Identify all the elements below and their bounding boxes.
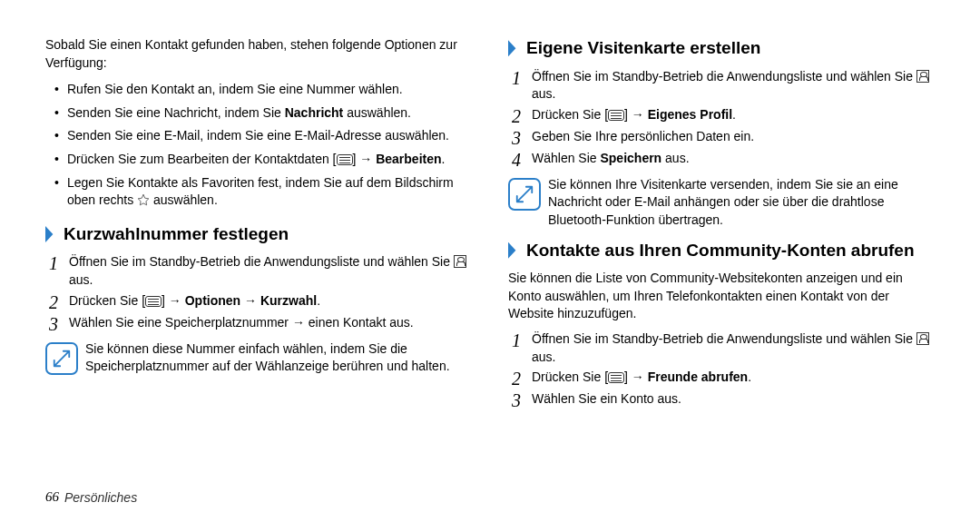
text: ] → xyxy=(624,107,648,122)
visitenkarte-steps: 1 Öffnen Sie im Standby-Betrieb die Anwe… xyxy=(508,68,935,169)
chevron-right-icon xyxy=(508,40,521,56)
text: auswählen. xyxy=(150,192,218,207)
text: Drücken Sie [ xyxy=(69,293,145,308)
contacts-app-icon xyxy=(916,332,929,345)
contacts-app-icon xyxy=(454,255,466,268)
text: Öffnen Sie im Standby-Betrieb die Anwend… xyxy=(69,254,454,269)
note-text: Sie können diese Nummer einfach wählen, … xyxy=(85,340,472,376)
text: aus. xyxy=(532,86,555,101)
note-info-icon xyxy=(45,342,78,375)
step-number: 3 xyxy=(512,128,532,147)
note-box: Sie können Ihre Visitenkarte versenden, … xyxy=(508,176,935,230)
text: ] → xyxy=(162,293,185,308)
bold-text: Optionen xyxy=(185,293,240,308)
left-column: Sobald Sie einen Kontakt gefunden haben,… xyxy=(45,36,472,478)
step-item: 3 Wählen Sie ein Konto aus. xyxy=(512,390,935,409)
text: . xyxy=(442,152,446,166)
contacts-app-icon xyxy=(916,70,929,83)
text: Drücken Sie [ xyxy=(532,369,608,384)
step-text: Wählen Sie ein Konto aus. xyxy=(532,390,935,409)
step-item: 3 Wählen Sie eine Speicherplatznummer → … xyxy=(49,314,472,333)
page-number: 66 xyxy=(45,489,59,505)
step-number: 3 xyxy=(49,314,69,333)
text: . xyxy=(748,369,751,384)
step-number: 1 xyxy=(512,330,532,350)
text: ] → xyxy=(624,369,648,384)
bold-text: Nachricht xyxy=(285,105,344,120)
step-number: 2 xyxy=(512,369,532,388)
step-item: 1 Öffnen Sie im Standby-Betrieb die Anwe… xyxy=(512,330,935,366)
heading-text: Kurzwahlnummer festlegen xyxy=(64,222,289,247)
community-intro-text: Sie können die Liste von Community-Websi… xyxy=(508,270,935,323)
section-heading-visitenkarte: Eigene Visitenkarte erstellen xyxy=(508,36,935,61)
text: . xyxy=(732,107,736,122)
step-number: 1 xyxy=(512,68,532,87)
step-text: Drücken Sie [] → Optionen → Kurzwahl. xyxy=(69,292,472,310)
text: aus. xyxy=(662,151,689,165)
section-heading-community: Kontakte aus Ihren Community-Konten abru… xyxy=(508,239,935,263)
heading-text: Eigene Visitenkarte erstellen xyxy=(526,36,760,61)
bullet-item: Senden Sie eine E-Mail, indem Sie eine E… xyxy=(58,127,472,145)
star-favorite-icon xyxy=(137,193,150,206)
text: Drücken Sie zum Bearbeiten der Kontaktda… xyxy=(67,152,337,166)
step-number: 2 xyxy=(512,106,532,125)
menu-key-icon xyxy=(608,110,624,121)
step-number: 4 xyxy=(512,150,532,169)
text: Senden Sie eine Nachricht, indem Sie xyxy=(67,105,285,120)
text: → xyxy=(240,293,260,308)
intro-text: Sobald Sie einen Kontakt gefunden haben,… xyxy=(45,36,472,72)
bullet-item: Senden Sie eine Nachricht, indem Sie Nac… xyxy=(58,104,472,123)
note-text: Sie können Ihre Visitenkarte versenden, … xyxy=(548,176,935,230)
step-number: 1 xyxy=(49,253,69,272)
step-item: 2 Drücken Sie [] → Optionen → Kurzwahl. xyxy=(49,292,472,311)
step-text: Drücken Sie [] → Eigenes Profil. xyxy=(532,106,935,124)
footer-section-label: Persönliches xyxy=(64,490,137,505)
bold-text: Kurzwahl xyxy=(260,293,317,308)
text: aus. xyxy=(69,272,93,287)
step-item: 1 Öffnen Sie im Standby-Betrieb die Anwe… xyxy=(512,68,935,103)
text: ] → xyxy=(353,152,377,166)
text: aus. xyxy=(532,350,555,364)
bullet-item: Legen Sie Kontakte als Favoriten fest, i… xyxy=(58,174,472,210)
step-text: Drücken Sie [] → Freunde abrufen. xyxy=(532,369,935,387)
bullet-item: Rufen Sie den Kontakt an, indem Sie eine… xyxy=(58,81,472,99)
kurzwahl-steps: 1 Öffnen Sie im Standby-Betrieb die Anwe… xyxy=(45,253,472,332)
right-column: Eigene Visitenkarte erstellen 1 Öffnen S… xyxy=(508,36,935,478)
chevron-right-icon xyxy=(508,242,521,259)
text: . xyxy=(317,293,320,308)
community-steps: 1 Öffnen Sie im Standby-Betrieb die Anwe… xyxy=(508,330,935,409)
step-text: Öffnen Sie im Standby-Betrieb die Anwend… xyxy=(532,330,935,366)
text: Drücken Sie [ xyxy=(532,107,608,122)
step-text: Öffnen Sie im Standby-Betrieb die Anwend… xyxy=(69,253,472,289)
text: Wählen Sie xyxy=(532,151,600,165)
step-text: Wählen Sie eine Speicherplatznummer → ei… xyxy=(69,314,472,332)
bold-text: Speichern xyxy=(600,151,662,165)
step-number: 2 xyxy=(49,292,69,311)
heading-text: Kontakte aus Ihren Community-Konten abru… xyxy=(526,239,915,263)
step-item: 2 Drücken Sie [] → Eigenes Profil. xyxy=(512,106,935,125)
text: auswählen. xyxy=(343,105,411,120)
step-text: Wählen Sie Speichern aus. xyxy=(532,150,935,168)
menu-key-icon xyxy=(145,296,162,307)
note-info-icon xyxy=(508,178,541,211)
bold-text: Eigenes Profil xyxy=(648,107,732,122)
section-heading-kurzwahl: Kurzwahlnummer festlegen xyxy=(45,222,472,247)
bullet-item: Drücken Sie zum Bearbeiten der Kontaktda… xyxy=(58,151,472,169)
chevron-right-icon xyxy=(45,226,58,242)
text: Öffnen Sie im Standby-Betrieb die Anwend… xyxy=(532,69,916,84)
step-text: Geben Sie Ihre persönlichen Daten ein. xyxy=(532,128,935,146)
step-item: 3 Geben Sie Ihre persönlichen Daten ein. xyxy=(512,128,935,147)
step-item: 2 Drücken Sie [] → Freunde abrufen. xyxy=(512,369,935,388)
two-column-layout: Sobald Sie einen Kontakt gefunden haben,… xyxy=(45,36,935,478)
bold-text: Bearbeiten xyxy=(376,152,441,166)
bold-text: Freunde abrufen xyxy=(648,369,748,384)
step-text: Öffnen Sie im Standby-Betrieb die Anwend… xyxy=(532,68,935,103)
options-bullet-list: Rufen Sie den Kontakt an, indem Sie eine… xyxy=(45,81,472,210)
note-box: Sie können diese Nummer einfach wählen, … xyxy=(45,340,472,376)
text: Legen Sie Kontakte als Favoriten fest, i… xyxy=(67,175,454,208)
step-number: 3 xyxy=(512,390,532,409)
menu-key-icon xyxy=(337,154,353,165)
menu-key-icon xyxy=(608,372,624,383)
text: Öffnen Sie im Standby-Betrieb die Anwend… xyxy=(532,331,916,346)
step-item: 1 Öffnen Sie im Standby-Betrieb die Anwe… xyxy=(49,253,472,289)
